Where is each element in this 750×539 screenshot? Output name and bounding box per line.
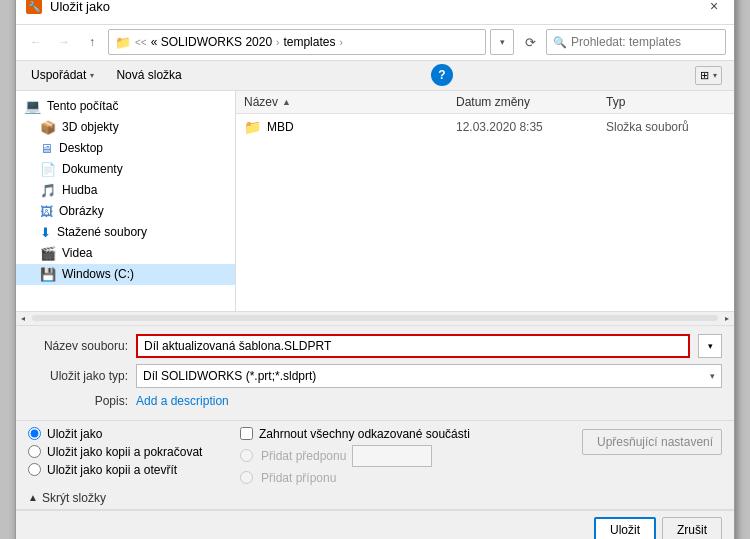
forward-button[interactable]: → [52,30,76,54]
view-button[interactable]: ⊞ ▾ [695,66,722,85]
videos-icon: 🎬 [40,246,56,261]
suffix-radio-input[interactable] [240,471,253,484]
help-button[interactable]: ? [431,64,453,86]
column-name-header[interactable]: Název ▲ [244,95,456,109]
sidebar-item-desktop[interactable]: 🖥 Desktop [16,138,235,159]
back-button[interactable]: ← [24,30,48,54]
sidebar-item-label: 3D objekty [62,120,119,134]
file-type: Složka souborů [606,120,726,134]
save-as-label: Uložit jako [47,427,102,441]
sidebar-item-pictures[interactable]: 🖼 Obrázky [16,201,235,222]
save-button[interactable]: Uložit [594,517,656,540]
view-icon: ⊞ [700,69,709,82]
cancel-button[interactable]: Zrušit [662,517,722,540]
documents-icon: 📄 [40,162,56,177]
save-copy-continue-radio-input[interactable] [28,445,41,458]
sidebar-item-label: Stažené soubory [57,225,147,239]
new-folder-button[interactable]: Nová složka [109,65,188,85]
sidebar-item-label: Dokumenty [62,162,123,176]
search-box[interactable]: 🔍 [546,29,726,55]
search-input[interactable] [571,35,719,49]
sidebar-item-label: Windows (C:) [62,267,134,281]
horizontal-scrollbar[interactable]: ◂ ▸ [16,311,734,325]
scroll-track [32,315,718,321]
sidebar-item-documents[interactable]: 📄 Dokumenty [16,159,235,180]
sort-arrow-icon: ▲ [282,97,291,107]
dialog-title: Uložit jako [50,0,704,14]
save-as-radio-input[interactable] [28,427,41,440]
file-name: MBD [267,120,456,134]
save-copy-open-radio-input[interactable] [28,463,41,476]
save-copy-open-radio[interactable]: Uložit jako kopii a otevřít [28,463,228,477]
music-icon: 🎵 [40,183,56,198]
save-options-left: Uložit jako Uložit jako kopii a pokračov… [28,427,228,485]
breadcrumb: 📁 << « SOLIDWORKS 2020 › templates › [108,29,486,55]
hide-folders-toggle[interactable]: ▲ Skrýt složky [16,491,734,509]
description-link[interactable]: Add a description [136,394,229,408]
include-references-label: Zahrnout všechny odkazované součásti [259,427,470,441]
search-icon: 🔍 [553,36,567,49]
refresh-button[interactable]: ⟳ [518,29,542,55]
column-date-header: Datum změny [456,95,606,109]
filename-label: Název souboru: [28,339,128,353]
sidebar-item-label: Obrázky [59,204,104,218]
sidebar-item-this-computer[interactable]: 💻 Tento počítač [16,95,235,117]
file-date: 12.03.2020 8:35 [456,120,606,134]
filetype-value: Díl SOLIDWORKS (*.prt;*.sldprt) [143,369,316,383]
sidebar-item-label: Desktop [59,141,103,155]
folder-3d-icon: 📦 [40,120,56,135]
prefix-label: Přidat předponu [261,449,346,463]
filename-dropdown-button[interactable]: ▾ [698,334,722,358]
description-label: Popis: [28,394,128,408]
up-button[interactable]: ↑ [80,30,104,54]
prefix-input[interactable] [352,445,432,467]
sidebar-item-music[interactable]: 🎵 Hudba [16,180,235,201]
sidebar-item-label: Videa [62,246,92,260]
file-list-header: Název ▲ Datum změny Typ [236,91,734,114]
app-icon: 🔧 [26,0,42,14]
suffix-label: Přidat příponu [261,471,336,485]
breadcrumb-templates: templates [283,35,335,49]
sidebar-item-windows[interactable]: 💾 Windows (C:) [16,264,235,285]
breadcrumb-solidworks: « SOLIDWORKS 2020 [151,35,272,49]
prefix-row: Přidat předponu [240,445,570,467]
file-list: Název ▲ Datum změny Typ 📁 MBD 12.03.2020… [236,91,734,311]
advanced-settings-button[interactable]: Upřesňující nastavení [582,429,722,455]
computer-icon: 💻 [24,98,41,114]
save-as-radio[interactable]: Uložit jako [28,427,228,441]
new-folder-label: Nová složka [116,68,181,82]
include-references-input[interactable] [240,427,253,440]
filetype-label: Uložit jako typ: [28,369,128,383]
folder-icon: 📁 [115,35,131,50]
sidebar-item-label: Hudba [62,183,97,197]
help-icon: ? [438,68,445,82]
save-copy-continue-label: Uložit jako kopii a pokračovat [47,445,202,459]
view-dropdown-icon: ▾ [713,71,717,80]
collapse-label: Skrýt složky [42,491,106,505]
include-references-checkbox[interactable]: Zahrnout všechny odkazované součásti [240,427,570,441]
drive-icon: 💾 [40,267,56,282]
filename-input[interactable] [136,334,690,358]
save-copy-continue-radio[interactable]: Uložit jako kopii a pokračovat [28,445,228,459]
table-row[interactable]: 📁 MBD 12.03.2020 8:35 Složka souborů [236,114,734,140]
filename-row: Název souboru: ▾ [28,334,722,358]
save-copy-open-label: Uložit jako kopii a otevřít [47,463,177,477]
close-button[interactable]: × [704,0,724,16]
organize-button[interactable]: Uspořádat ▾ [24,65,101,85]
dropdown-arrow-icon: ▾ [708,341,713,351]
scroll-left-button[interactable]: ◂ [16,311,30,325]
save-options-right: Zahrnout všechny odkazované součásti Při… [240,427,570,485]
sidebar-item-videos[interactable]: 🎬 Videa [16,243,235,264]
organize-label: Uspořádat [31,68,86,82]
filetype-dropdown-icon: ▾ [710,371,715,381]
prefix-radio-input[interactable] [240,449,253,462]
sidebar-item-downloads[interactable]: ⬇ Stažené soubory [16,222,235,243]
scroll-right-button[interactable]: ▸ [720,311,734,325]
desktop-icon: 🖥 [40,141,53,156]
column-type-header: Typ [606,95,726,109]
breadcrumb-dropdown[interactable]: ▾ [490,29,514,55]
filetype-select[interactable]: Díl SOLIDWORKS (*.prt;*.sldprt) ▾ [136,364,722,388]
button-area: Uložit Zrušit [16,510,734,540]
sidebar-item-label: Tento počítač [47,99,118,113]
sidebar-item-3d-objects[interactable]: 📦 3D objekty [16,117,235,138]
